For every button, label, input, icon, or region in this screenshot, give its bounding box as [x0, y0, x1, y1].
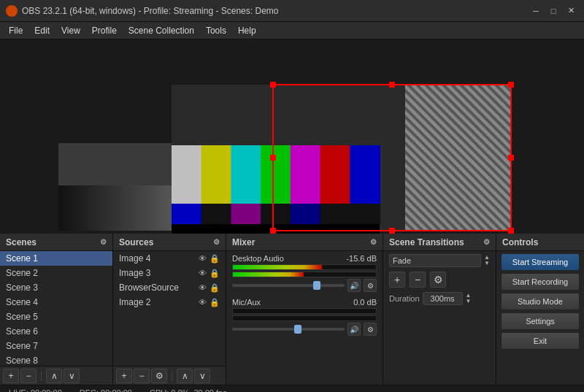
start-streaming-button[interactable]: Start Streaming	[501, 253, 580, 271]
source-item[interactable]: Image 3👁🔒	[113, 266, 226, 280]
mixer-label: Mixer	[232, 237, 255, 247]
window-title: OBS 23.2.1 (64-bit, windows) - Profile: …	[22, 6, 529, 16]
transition-remove-button[interactable]: −	[410, 272, 426, 288]
scenes-down-button[interactable]: ∨	[64, 369, 80, 383]
settings-button[interactable]: ⚙	[364, 323, 377, 336]
mixer-panel: Mixer ⚙ Desktop Audio -15.6 dB 🔊 ⚙ Mic/A…	[226, 234, 383, 385]
scenes-label: Scenes	[6, 237, 36, 247]
sources-toolbar: + − ⚙ ∧ ∨	[113, 366, 226, 385]
sources-panel: Sources ⚙ Image 4👁🔒Image 3👁🔒BrowserSourc…	[113, 234, 226, 385]
volume-slider[interactable]	[232, 284, 345, 287]
mixer-controls: 🔊 ⚙	[232, 279, 377, 292]
scene-item[interactable]: Scene 8	[0, 353, 112, 366]
transition-config-button[interactable]: ⚙	[430, 272, 446, 288]
eye-icon[interactable]: 👁	[199, 283, 207, 293]
close-button[interactable]: ✕	[564, 4, 578, 18]
transitions-label: Scene Transitions	[389, 237, 464, 247]
controls-label: Controls	[502, 237, 538, 247]
scenes-panel: Scenes ⚙ Scene 1Scene 2Scene 3Scene 4Sce…	[0, 234, 113, 385]
sources-label: Sources	[119, 237, 153, 247]
source-item[interactable]: BrowserSource👁🔒	[113, 280, 226, 295]
sources-options-icon[interactable]: ⚙	[213, 238, 220, 246]
sources-list: Image 4👁🔒Image 3👁🔒BrowserSource👁🔒Image 2…	[113, 251, 226, 366]
level-meter-2	[232, 272, 377, 277]
menu-file[interactable]: File	[3, 24, 28, 37]
eye-icon[interactable]: 👁	[199, 254, 207, 264]
eye-icon[interactable]: 👁	[199, 269, 207, 278]
preview-canvas	[0, 39, 584, 234]
scene-item[interactable]: Scene 6	[0, 324, 112, 339]
track-name: Desktop Audio -15.6 dB	[232, 254, 377, 263]
scene-item[interactable]: Scene 1	[0, 251, 112, 266]
mixer-controls: 🔊 ⚙	[232, 323, 377, 336]
scenes-list: Scene 1Scene 2Scene 3Scene 4Scene 5Scene…	[0, 251, 112, 366]
scenes-up-button[interactable]: ∧	[46, 369, 62, 383]
level-meter	[232, 308, 377, 314]
sources-down-button[interactable]: ∨	[194, 369, 210, 383]
status-live: LIVE: 00:00:00	[9, 388, 62, 393]
scenes-add-button[interactable]: +	[3, 369, 19, 383]
lock-icon[interactable]: 🔒	[210, 298, 220, 307]
transition-type-select[interactable]: Fade Cut Swipe	[389, 254, 481, 267]
sources-add-button[interactable]: +	[116, 369, 132, 383]
window-controls: ─ □ ✕	[529, 4, 578, 18]
settings-button[interactable]: Settings	[501, 312, 580, 330]
menu-tools[interactable]: Tools	[200, 24, 232, 37]
mixer-options-icon[interactable]: ⚙	[370, 238, 377, 246]
sources-remove-button[interactable]: −	[134, 369, 150, 383]
menu-edit[interactable]: Edit	[28, 24, 55, 37]
controls-buttons: Start StreamingStart RecordingStudio Mod…	[496, 251, 584, 385]
maximize-button[interactable]: □	[546, 4, 561, 18]
lock-icon[interactable]: 🔒	[210, 283, 220, 293]
status-bar: LIVE: 00:00:00 REC: 00:00:00 CPU: 0.8%, …	[0, 385, 584, 392]
start-recording-button[interactable]: Start Recording	[501, 273, 580, 291]
status-rec: REC: 00:00:00	[80, 388, 132, 393]
studio-mode-button[interactable]: Studio Mode	[501, 293, 580, 310]
source-item[interactable]: Image 4👁🔒	[113, 251, 226, 266]
transitions-options-icon[interactable]: ⚙	[483, 238, 490, 246]
level-meter	[232, 264, 377, 270]
duration-arrows[interactable]: ▲▼	[466, 293, 472, 304]
lock-icon[interactable]: 🔒	[210, 254, 220, 264]
scene-item[interactable]: Scene 5	[0, 310, 112, 324]
sources-props-button[interactable]: ⚙	[151, 369, 167, 383]
sources-up-button[interactable]: ∧	[177, 369, 193, 383]
track-db: -15.6 dB	[346, 254, 377, 263]
menu-scene-collection[interactable]: Scene Collection	[123, 24, 200, 37]
exit-button[interactable]: Exit	[501, 332, 580, 350]
status-cpu: CPU: 0.8%, 30.00 fps	[150, 388, 227, 393]
scenes-header: Scenes ⚙	[0, 234, 112, 251]
eye-icon[interactable]: 👁	[199, 298, 207, 307]
title-bar: OBS 23.2.1 (64-bit, windows) - Profile: …	[0, 0, 584, 22]
source-item[interactable]: Image 2👁🔒	[113, 295, 226, 310]
scenes-remove-button[interactable]: −	[20, 369, 36, 383]
mixer-track: Mic/Aux 0.0 dB 🔊 ⚙	[226, 295, 383, 339]
duration-row: Duration ▲▼	[383, 289, 496, 308]
volume-slider[interactable]	[232, 328, 345, 331]
transitions-panel: Scene Transitions ⚙ Fade Cut Swipe ▲▼ + …	[383, 234, 496, 385]
settings-button[interactable]: ⚙	[364, 279, 377, 292]
menu-help[interactable]: Help	[232, 24, 262, 37]
mute-button[interactable]: 🔊	[347, 323, 361, 336]
scene-item[interactable]: Scene 3	[0, 280, 112, 295]
preview-area	[0, 39, 584, 234]
duration-label: Duration	[389, 294, 420, 303]
level-meter-2	[232, 315, 377, 321]
scenes-options-icon[interactable]: ⚙	[100, 238, 107, 246]
transition-type-arrows[interactable]: ▲▼	[484, 255, 490, 266]
menu-view[interactable]: View	[55, 24, 86, 37]
menu-bar: File Edit View Profile Scene Collection …	[0, 22, 584, 39]
duration-input[interactable]	[423, 292, 463, 305]
menu-profile[interactable]: Profile	[86, 24, 123, 37]
transition-add-button[interactable]: +	[389, 272, 405, 288]
controls-panel: Controls Start StreamingStart RecordingS…	[496, 234, 584, 385]
transitions-header: Scene Transitions ⚙	[383, 234, 496, 251]
lock-icon[interactable]: 🔒	[210, 269, 220, 278]
scene-item[interactable]: Scene 4	[0, 295, 112, 310]
scene-item[interactable]: Scene 2	[0, 266, 112, 280]
mute-button[interactable]: 🔊	[347, 279, 361, 292]
scenes-toolbar: + − ∧ ∨	[0, 366, 112, 385]
scene-item[interactable]: Scene 7	[0, 339, 112, 353]
minimize-button[interactable]: ─	[529, 4, 543, 18]
bottom-panels: Scenes ⚙ Scene 1Scene 2Scene 3Scene 4Sce…	[0, 234, 584, 385]
